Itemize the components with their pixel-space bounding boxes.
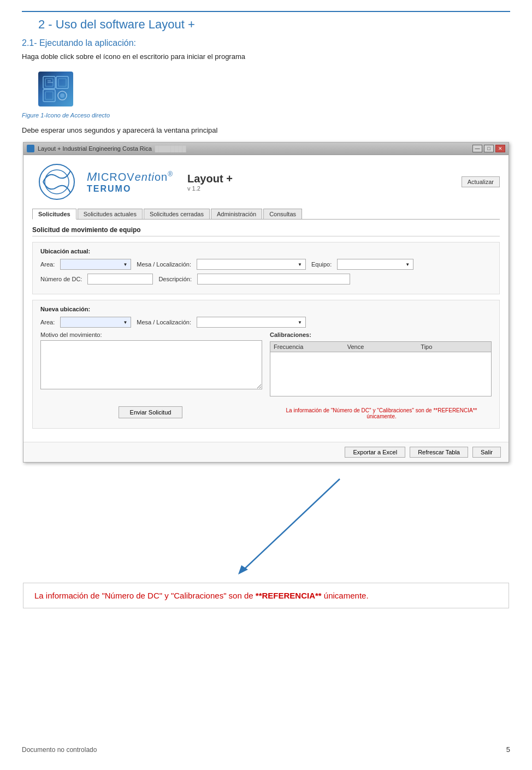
tab-solicitudes-actuales[interactable]: Solicitudes actuales [78, 209, 143, 219]
exportar-excel-button[interactable]: Exportar a Excel [345, 447, 405, 458]
info-message-container: La información de "Número de DC" y "Cali… [271, 405, 492, 419]
info-message: La información de "Número de DC" y "Cali… [271, 407, 492, 419]
mesa-select-arrow-1: ▼ [298, 262, 303, 267]
mesa-label-2: Mesa / Localización: [137, 319, 191, 325]
minimize-button[interactable]: — [472, 145, 482, 152]
two-col-layout: Motivo del movimiento: Calibraciones: Fr… [40, 331, 492, 396]
app-body: MICROVention® TERUMO Layout + v 1.2 Actu… [23, 155, 509, 442]
registered-mark: ® [168, 170, 173, 178]
tab-consultas[interactable]: Consultas [263, 209, 302, 219]
bottom-row: Enviar Solicitud La información de "Núme… [40, 402, 492, 423]
equipo-select[interactable]: ▼ [337, 259, 413, 270]
microvention-logo-svg [32, 163, 81, 201]
titlebar-controls[interactable]: — □ ✕ [472, 145, 505, 152]
equipo-select-arrow: ▼ [405, 262, 411, 267]
icon-container [38, 72, 510, 106]
numero-dc-label: Número de DC: [40, 276, 82, 282]
brand-microvention: MICROVention® [87, 170, 173, 184]
svg-point-7 [60, 93, 64, 98]
app-icon [38, 72, 73, 106]
calibraciones-table: Frecuencia Vence Tipo [270, 341, 492, 396]
svg-rect-3 [58, 79, 66, 86]
tab-solicitudes-cerradas[interactable]: Solicitudes cerradas [144, 209, 210, 219]
area-label-1: Area: [40, 261, 55, 268]
left-col: Motivo del movimiento: [40, 331, 262, 396]
app-footer: Exportar a Excel Refrescar Tabla Salir [23, 442, 509, 462]
app-icon-svg [42, 75, 69, 103]
area-label-2: Area: [40, 319, 55, 325]
descripcion-label: Descripción: [158, 276, 192, 282]
doc-footer: Documento no controlado [22, 746, 97, 754]
refrescar-tabla-button[interactable]: Refrescar Tabla [410, 447, 468, 458]
nueva-ubicacion-row1: Area: ▼ Mesa / Localización: ▼ [40, 317, 492, 328]
area-select-arrow-2: ▼ [123, 320, 128, 325]
brand-text: MICROVention® TERUMO [87, 170, 173, 194]
ubicacion-actual-row1: Area: ▼ Mesa / Localización: ▼ Equipo: ▼ [40, 259, 492, 270]
figure-caption: Figure 1-Icono de Acceso directo [22, 112, 510, 119]
brand-ention: enti [135, 171, 155, 183]
actualizar-button[interactable]: Actualizar [462, 176, 500, 187]
mesa-select-1[interactable]: ▼ [197, 259, 306, 270]
nueva-ubicacion-group: Nueva ubicación: Area: ▼ Mesa / Localiza… [32, 300, 500, 429]
app-header-right[interactable]: Actualizar [462, 176, 500, 187]
close-button[interactable]: ✕ [495, 145, 505, 152]
mesa-select-arrow-2: ▼ [298, 320, 303, 325]
enviar-container: Enviar Solicitud [40, 402, 261, 423]
app-name-title: Layout + [187, 173, 233, 185]
app-name-area: Layout + v 1.2 [187, 173, 233, 192]
form-section-title: Solicitud de movimiento de equipo [32, 226, 500, 236]
ubicacion-actual-title: Ubicación actual: [40, 248, 492, 254]
right-col: Calibraciones: Frecuencia Vence Tipo [270, 331, 492, 396]
svg-rect-2 [56, 76, 68, 88]
app-title-icon [27, 145, 34, 152]
numero-dc-input[interactable] [87, 274, 153, 285]
body-text-1: Haga doble click sobre el ícono en el es… [22, 52, 510, 61]
brand-name-text: M [87, 170, 97, 183]
section-title: 2.1- Ejecutando la aplicación: [22, 38, 510, 48]
brand-on: on [155, 171, 168, 183]
wait-text: Debe esperar unos segundos y aparecerá l… [22, 126, 510, 134]
cal-col-frecuencia: Frecuencia [270, 342, 344, 352]
title-blur-area: ████████ [155, 146, 186, 152]
app-window-title: Layout + Industrial Engineering Costa Ri… [38, 145, 152, 152]
annotation-svg [23, 473, 509, 583]
salir-button[interactable]: Salir [472, 447, 501, 458]
ubicacion-actual-row2: Número de DC: Descripción: [40, 274, 492, 285]
svg-point-11 [45, 170, 69, 194]
svg-rect-4 [43, 90, 55, 102]
page-number: 5 [506, 745, 510, 754]
equipo-label: Equipo: [311, 261, 332, 268]
cal-table-body [270, 352, 491, 396]
titlebar-left: Layout + Industrial Engineering Costa Ri… [27, 145, 186, 152]
zoomed-box: La información de "Número de DC" y "Cali… [23, 583, 509, 608]
app-tabs: Solicitudes Solicitudes actuales Solicit… [32, 209, 500, 220]
svg-rect-5 [45, 92, 53, 99]
brand-terumo: TERUMO [87, 184, 173, 194]
app-version: v 1.2 [187, 185, 233, 192]
mesa-label-1: Mesa / Localización: [137, 261, 191, 268]
descripcion-input[interactable] [197, 274, 350, 285]
cal-col-tipo: Tipo [417, 342, 491, 352]
app-window: Layout + Industrial Engineering Costa Ri… [23, 142, 509, 463]
zoomed-box-container: La información de "Número de DC" y "Cali… [23, 583, 509, 608]
area-select-2[interactable]: ▼ [60, 317, 131, 328]
logo-area: MICROVention® TERUMO [32, 163, 173, 201]
app-header: MICROVention® TERUMO Layout + v 1.2 Actu… [32, 163, 500, 201]
calibraciones-label: Calibraciones: [270, 331, 492, 338]
cal-table-header: Frecuencia Vence Tipo [270, 342, 491, 352]
brand-icrovention: ICROV [97, 171, 134, 183]
cal-col-vence: Vence [344, 342, 418, 352]
area-select-arrow-1: ▼ [123, 262, 128, 267]
tab-administracion[interactable]: Administración [211, 209, 262, 219]
nueva-ubicacion-title: Nueva ubicación: [40, 306, 492, 312]
ubicacion-actual-group: Ubicación actual: Area: ▼ Mesa / Localiz… [32, 242, 500, 294]
mesa-select-2[interactable]: ▼ [197, 317, 306, 328]
annotation-area [23, 473, 509, 583]
enviar-solicitud-button[interactable]: Enviar Solicitud [119, 406, 183, 418]
motivo-label: Motivo del movimiento: [40, 331, 262, 338]
chapter-title: 2 - Uso del software Layout + [22, 17, 510, 32]
tab-solicitudes[interactable]: Solicitudes [32, 209, 76, 220]
maximize-button[interactable]: □ [484, 145, 494, 152]
motivo-textarea[interactable] [40, 340, 262, 389]
area-select-1[interactable]: ▼ [60, 259, 131, 270]
